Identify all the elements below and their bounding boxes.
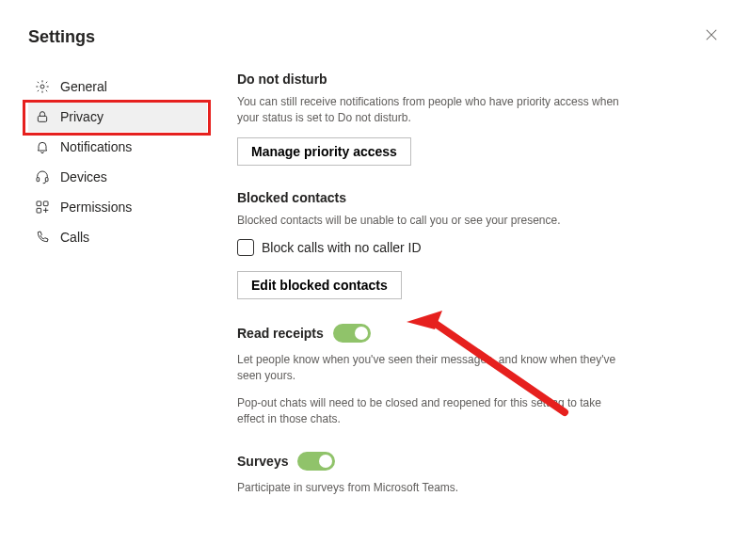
sidebar-item-devices[interactable]: Devices	[28, 162, 207, 192]
sidebar-item-label: Notifications	[60, 139, 132, 154]
apps-icon	[34, 199, 51, 216]
close-icon	[705, 28, 718, 44]
surveys-heading: Surveys	[237, 454, 288, 469]
settings-sidebar: General Privacy Notifications Devices Pe…	[28, 72, 207, 520]
sidebar-item-notifications[interactable]: Notifications	[28, 132, 207, 162]
svg-rect-4	[37, 201, 41, 206]
gear-icon	[34, 78, 51, 95]
settings-header: Settings	[0, 0, 750, 58]
dnd-subtext: You can still receive notifications from…	[237, 94, 621, 126]
page-title: Settings	[28, 27, 95, 47]
svg-point-0	[40, 85, 44, 88]
svg-rect-5	[43, 201, 48, 206]
dnd-section: Do not disturb You can still receive not…	[237, 72, 621, 166]
lock-icon	[34, 108, 51, 125]
dnd-heading: Do not disturb	[237, 72, 621, 87]
headset-icon	[34, 168, 51, 185]
read-receipts-subtext-2: Pop-out chats will need to be closed and…	[237, 395, 621, 427]
svg-rect-3	[45, 178, 48, 182]
edit-blocked-contacts-button[interactable]: Edit blocked contacts	[237, 271, 402, 299]
surveys-toggle[interactable]	[297, 452, 335, 471]
bell-icon	[34, 138, 51, 155]
sidebar-item-general[interactable]: General	[28, 72, 207, 102]
privacy-panel: Do not disturb You can still receive not…	[207, 72, 621, 520]
sidebar-item-label: Permissions	[60, 200, 132, 215]
read-receipts-section: Read receipts Let people know when you'v…	[237, 324, 621, 426]
svg-rect-6	[37, 208, 41, 213]
svg-rect-1	[38, 116, 46, 121]
sidebar-item-permissions[interactable]: Permissions	[28, 192, 207, 222]
sidebar-item-label: Privacy	[60, 109, 104, 124]
blocked-heading: Blocked contacts	[237, 190, 621, 205]
close-button[interactable]	[701, 24, 722, 49]
sidebar-item-label: Devices	[60, 169, 107, 184]
block-no-caller-id-checkbox[interactable]	[237, 239, 254, 256]
phone-icon	[34, 229, 51, 246]
sidebar-item-label: Calls	[60, 230, 89, 245]
read-receipts-heading: Read receipts	[237, 326, 324, 341]
manage-priority-access-button[interactable]: Manage priority access	[237, 137, 411, 166]
blocked-subtext: Blocked contacts will be unable to call …	[237, 213, 621, 229]
sidebar-item-calls[interactable]: Calls	[28, 222, 207, 252]
surveys-subtext: Participate in surveys from Microsoft Te…	[237, 480, 621, 496]
read-receipts-subtext-1: Let people know when you've seen their m…	[237, 352, 621, 384]
block-no-caller-id-row: Block calls with no caller ID	[237, 239, 621, 256]
blocked-contacts-section: Blocked contacts Blocked contacts will b…	[237, 190, 621, 300]
read-receipts-toggle[interactable]	[333, 324, 371, 343]
block-no-caller-id-label: Block calls with no caller ID	[262, 240, 422, 255]
sidebar-item-label: General	[60, 79, 107, 94]
surveys-section: Surveys Participate in surveys from Micr…	[237, 452, 621, 496]
sidebar-item-privacy[interactable]: Privacy	[28, 102, 207, 132]
svg-rect-2	[37, 178, 40, 182]
